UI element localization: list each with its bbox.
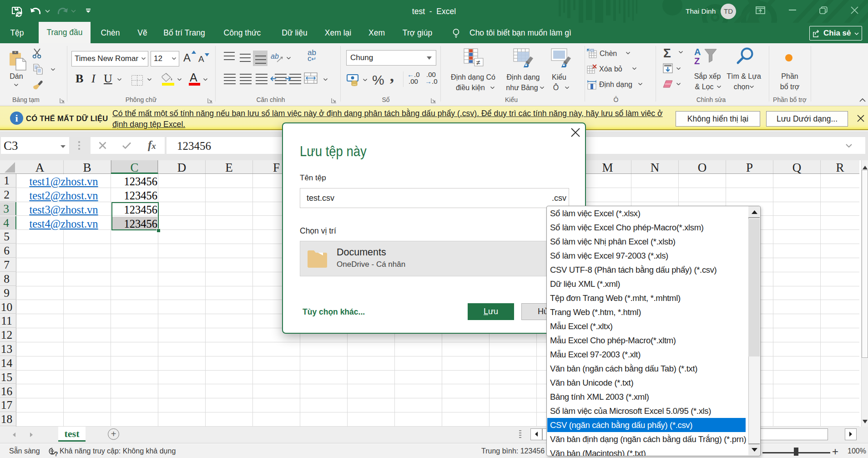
- svg-text:?: ?: [54, 450, 58, 457]
- svg-text:≠: ≠: [476, 59, 480, 66]
